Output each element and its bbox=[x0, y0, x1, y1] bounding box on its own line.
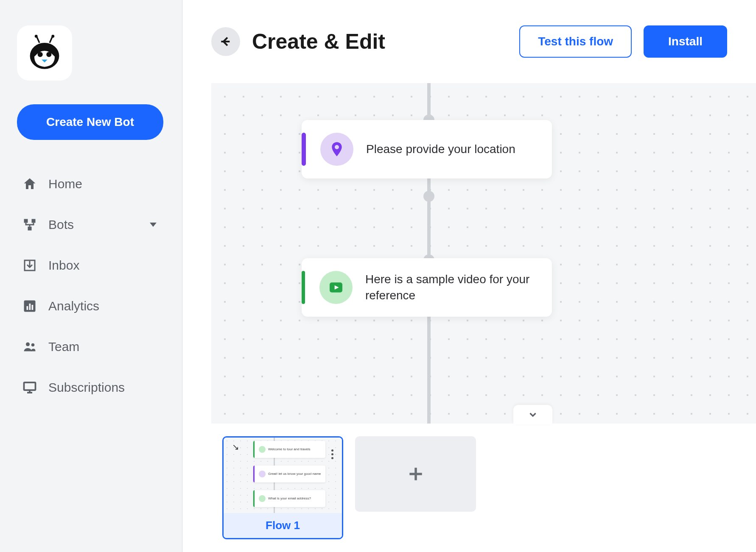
sidebar-nav: Home Bots Inbox Analytics bbox=[17, 164, 165, 408]
team-icon bbox=[21, 338, 38, 355]
sidebar-item-label: Analytics bbox=[48, 299, 99, 313]
sidebar-item-label: Subscriptions bbox=[48, 380, 125, 395]
play-video-icon bbox=[319, 271, 353, 304]
inbox-icon bbox=[21, 257, 38, 274]
svg-point-2 bbox=[35, 35, 38, 38]
flow-tray: ↘ Welcome to tour and travels Great! let… bbox=[182, 424, 756, 552]
svg-point-3 bbox=[51, 35, 54, 38]
svg-point-5 bbox=[38, 52, 43, 57]
flow-canvas[interactable]: Please provide your location Here is a s… bbox=[211, 83, 756, 424]
main-content: Create & Edit Test this flow Install Ple… bbox=[182, 0, 756, 552]
expand-tray-toggle[interactable] bbox=[513, 405, 552, 424]
bot-logo-icon bbox=[26, 35, 63, 71]
svg-rect-11 bbox=[27, 306, 28, 310]
sidebar-item-label: Bots bbox=[48, 217, 74, 232]
test-flow-button[interactable]: Test this flow bbox=[519, 25, 632, 58]
svg-rect-9 bbox=[28, 227, 32, 231]
flow-thumbnail-label: Flow 1 bbox=[224, 513, 342, 538]
subscriptions-icon bbox=[21, 379, 38, 396]
mini-step: What is your email address? bbox=[253, 490, 325, 507]
mini-step: Great! let us know your good name bbox=[253, 466, 325, 482]
sidebar-item-subscriptions[interactable]: Subscriptions bbox=[17, 367, 165, 408]
kebab-menu-icon[interactable] bbox=[331, 449, 333, 459]
location-pin-icon bbox=[320, 133, 353, 166]
chevron-down-icon bbox=[527, 409, 538, 420]
svg-rect-7 bbox=[24, 219, 28, 223]
mini-step-text: Welcome to tour and travels bbox=[268, 448, 310, 452]
flow-thumbnail-preview: ↘ Welcome to tour and travels Great! let… bbox=[224, 438, 342, 513]
add-flow-button[interactable] bbox=[355, 436, 476, 512]
analytics-icon bbox=[21, 298, 38, 315]
svg-rect-16 bbox=[24, 382, 36, 390]
sidebar: Create New Bot Home Bots Inbox bbox=[0, 0, 182, 552]
sidebar-item-label: Team bbox=[48, 340, 79, 354]
svg-point-6 bbox=[46, 52, 51, 57]
page-title: Create & Edit bbox=[252, 29, 507, 54]
svg-point-14 bbox=[26, 343, 30, 346]
plus-icon bbox=[406, 465, 425, 483]
svg-rect-13 bbox=[32, 305, 34, 310]
sidebar-item-team[interactable]: Team bbox=[17, 326, 165, 367]
logo bbox=[17, 25, 72, 81]
card-accent bbox=[302, 271, 305, 304]
connector-node bbox=[423, 191, 434, 202]
flow-step-video[interactable]: Here is a sample video for your referenc… bbox=[302, 258, 552, 317]
install-button[interactable]: Install bbox=[644, 25, 727, 58]
svg-point-15 bbox=[31, 343, 35, 347]
bots-icon bbox=[21, 216, 38, 233]
flow-step-text: Here is a sample video for your referenc… bbox=[365, 271, 538, 304]
flow-step-text: Please provide your location bbox=[366, 141, 515, 157]
arrow-left-icon bbox=[219, 35, 232, 48]
mini-step: Welcome to tour and travels bbox=[253, 441, 325, 458]
start-arrow-icon: ↘ bbox=[232, 442, 239, 452]
card-accent bbox=[302, 133, 306, 166]
back-button[interactable] bbox=[211, 27, 240, 56]
svg-rect-8 bbox=[32, 219, 36, 223]
sidebar-item-home[interactable]: Home bbox=[17, 164, 165, 204]
home-icon bbox=[21, 176, 38, 192]
mini-step-text: What is your email address? bbox=[268, 497, 311, 501]
mini-step-text: Great! let us know your good name bbox=[268, 472, 321, 476]
flow-step-location[interactable]: Please provide your location bbox=[302, 120, 552, 178]
sidebar-item-label: Inbox bbox=[48, 258, 79, 273]
sidebar-item-bots[interactable]: Bots bbox=[17, 204, 165, 245]
app-root: Create New Bot Home Bots Inbox bbox=[0, 0, 756, 552]
svg-rect-12 bbox=[29, 304, 31, 310]
flow-thumbnail-active[interactable]: ↘ Welcome to tour and travels Great! let… bbox=[222, 436, 343, 539]
sidebar-item-label: Home bbox=[48, 177, 82, 191]
sidebar-item-inbox[interactable]: Inbox bbox=[17, 245, 165, 286]
topbar: Create & Edit Test this flow Install bbox=[182, 0, 756, 75]
create-bot-button[interactable]: Create New Bot bbox=[17, 104, 163, 140]
sidebar-item-analytics[interactable]: Analytics bbox=[17, 286, 165, 326]
caret-down-icon bbox=[150, 223, 157, 227]
